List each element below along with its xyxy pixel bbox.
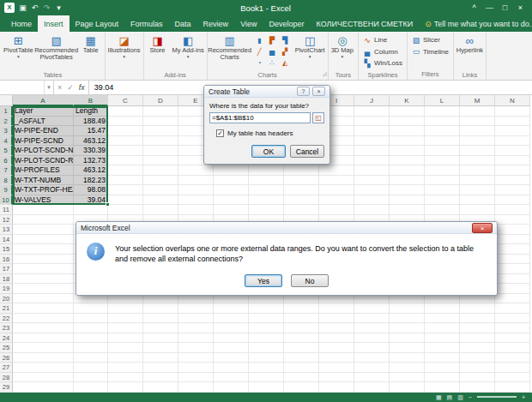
cell-K28[interactable] (390, 373, 425, 383)
cell-A23[interactable] (13, 323, 74, 333)
cell-N2[interactable] (495, 117, 530, 127)
cell-C28[interactable] (108, 373, 143, 383)
cell-N9[interactable] (495, 185, 530, 195)
column-header-D[interactable]: D (143, 95, 178, 106)
cell-C4[interactable] (108, 136, 143, 147)
cell-F25[interactable] (214, 343, 249, 353)
column-header-B[interactable]: B (74, 95, 108, 106)
cell-N14[interactable] (495, 235, 530, 245)
cell-F28[interactable] (214, 373, 249, 383)
cell-E7[interactable] (178, 165, 214, 176)
cell-D21[interactable] (143, 303, 178, 314)
cell-G26[interactable] (249, 353, 284, 363)
cell-K4[interactable] (390, 136, 425, 147)
cell-K6[interactable] (390, 156, 425, 166)
ribbon-button-my-add-ins[interactable]: ◧My Add-ins▾ (171, 33, 206, 71)
cell-C8[interactable] (108, 176, 143, 186)
cell-C11[interactable] (108, 205, 143, 215)
cell-K5[interactable] (390, 146, 425, 156)
cell-N7[interactable] (495, 165, 530, 176)
zoom-out-icon[interactable]: − (469, 393, 472, 402)
cell-D29[interactable] (143, 382, 178, 393)
cell-H22[interactable] (284, 314, 319, 324)
cell-L21[interactable] (425, 303, 460, 314)
cell-A5[interactable]: W-PLOT-SCND-NEW (13, 146, 74, 156)
row-header-15[interactable]: 15 (0, 244, 13, 255)
cell-N10[interactable] (495, 195, 530, 206)
cell-N15[interactable] (495, 244, 530, 255)
tab-количествени-сметки[interactable]: КОЛИЧЕСТВЕНИ СМЕТКИ (311, 15, 420, 32)
cell-I21[interactable] (319, 303, 354, 314)
cell-E24[interactable] (178, 333, 214, 344)
tab-developer[interactable]: Developer (263, 15, 310, 32)
yes-button[interactable]: Yes (245, 274, 282, 287)
cell-D6[interactable] (143, 156, 178, 166)
cell-J24[interactable] (354, 333, 390, 344)
cell-N16[interactable] (495, 255, 530, 265)
row-header-29[interactable]: 29 (0, 382, 13, 393)
cell-B26[interactable] (74, 353, 108, 363)
row-header-11[interactable]: 11 (0, 205, 13, 215)
cell-K25[interactable] (390, 343, 425, 353)
cell-G11[interactable] (249, 205, 284, 215)
undo-icon[interactable]: ↶ (29, 3, 40, 12)
cell-J9[interactable] (354, 185, 390, 195)
cell-B23[interactable] (74, 323, 108, 333)
cell-M27[interactable] (460, 363, 495, 373)
cell-G24[interactable] (249, 333, 284, 344)
cell-E11[interactable] (178, 205, 214, 215)
ribbon-button-recommended-pivottables[interactable]: ▧Recommended PivotTables (35, 33, 78, 71)
cell-H27[interactable] (284, 363, 319, 373)
radar-chart-icon[interactable]: ◭ (279, 57, 292, 69)
cell-M8[interactable] (460, 176, 495, 186)
cell-H8[interactable] (284, 176, 319, 186)
cell-D28[interactable] (143, 373, 178, 383)
cell-G21[interactable] (249, 303, 284, 314)
cell-L25[interactable] (425, 343, 460, 353)
cell-A29[interactable] (13, 382, 74, 393)
row-header-3[interactable]: 3 (0, 126, 13, 136)
ribbon-button-win-loss[interactable]: ▚Win/Loss (360, 57, 405, 69)
formula-enter-icon[interactable]: ✓ (67, 83, 74, 92)
cell-M28[interactable] (460, 373, 495, 383)
row-header-7[interactable]: 7 (0, 165, 13, 176)
cell-D23[interactable] (143, 323, 178, 333)
zoom-slider[interactable] (477, 396, 517, 398)
cell-I24[interactable] (319, 333, 354, 344)
help-icon[interactable]: ? (297, 87, 310, 96)
ribbon-button-hyperlink[interactable]: ∞Hyperlink (455, 33, 485, 71)
cell-M4[interactable] (460, 136, 495, 147)
cell-F26[interactable] (214, 353, 249, 363)
cell-L23[interactable] (425, 323, 460, 333)
row-header-6[interactable]: 6 (0, 156, 13, 166)
row-header-12[interactable]: 12 (0, 215, 13, 225)
cell-J3[interactable] (354, 126, 390, 136)
cell-H7[interactable] (284, 165, 319, 176)
cell-D25[interactable] (143, 343, 178, 353)
cell-L11[interactable] (425, 205, 460, 215)
cell-B27[interactable] (74, 363, 108, 373)
cell-H23[interactable] (284, 323, 319, 333)
cell-L29[interactable] (425, 382, 460, 393)
column-header-A[interactable]: A (13, 95, 74, 106)
cell-G25[interactable] (249, 343, 284, 353)
cell-C5[interactable] (108, 146, 143, 156)
cell-F27[interactable] (214, 363, 249, 373)
cell-F22[interactable] (214, 314, 249, 324)
cell-I29[interactable] (319, 382, 354, 393)
cell-A1[interactable]: Layer (13, 106, 74, 117)
cell-L1[interactable] (425, 106, 460, 117)
cell-B4[interactable]: 463.12 (74, 136, 108, 147)
cell-B11[interactable] (74, 205, 108, 215)
cell-D27[interactable] (143, 363, 178, 373)
cell-E27[interactable] (178, 363, 214, 373)
cell-B2[interactable]: 188.49 (74, 117, 108, 127)
cell-A25[interactable] (13, 343, 74, 353)
cell-E28[interactable] (178, 373, 214, 383)
cell-M24[interactable] (460, 333, 495, 344)
select-all-button[interactable] (0, 95, 13, 106)
tab-home[interactable]: Home (5, 15, 38, 32)
cell-I11[interactable] (319, 205, 354, 215)
cell-F7[interactable] (214, 165, 249, 176)
cell-N22[interactable] (495, 314, 530, 324)
